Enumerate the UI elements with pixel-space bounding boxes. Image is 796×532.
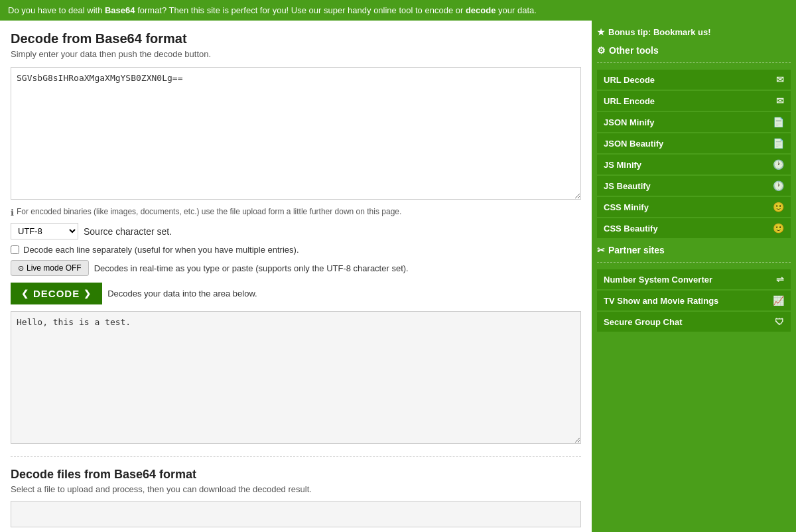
gear-icon: ⚙	[597, 45, 606, 56]
decode-label: DECODE	[33, 288, 80, 299]
tv-ratings-label: TV Show and Movie Ratings	[604, 296, 718, 306]
livemode-label: Live mode OFF	[27, 263, 82, 273]
charset-select[interactable]: UTF-8 ISO-8859-1 ASCII	[11, 223, 78, 239]
section-divider	[11, 456, 581, 457]
charset-row: UTF-8 ISO-8859-1 ASCII Source character …	[11, 223, 581, 239]
output-textarea[interactable]: Hello, this is a test.	[11, 311, 581, 444]
json-beautify-icon: 📄	[773, 138, 784, 149]
partner-section: ✂ Partner sites Number System Converter …	[597, 245, 791, 332]
charset-label: Source character set.	[84, 226, 172, 237]
input-textarea[interactable]: SGVsbG8sIHRoaXMgaXMgYSB0ZXN0Lg==	[11, 67, 581, 200]
bonus-tip: ★ Bonus tip: Bookmark us!	[597, 27, 791, 37]
tools-divider	[597, 62, 791, 63]
sidebar-item-json-minify[interactable]: JSON Minify 📄	[597, 112, 791, 132]
star-icon: ★	[597, 27, 605, 37]
decode-right-arrow: ❯	[84, 289, 92, 299]
url-encode-icon: ✉	[776, 96, 784, 106]
sidebar-item-js-beautify[interactable]: JS Beautify 🕐	[597, 176, 791, 196]
content-area: Decode from Base64 format Simply enter y…	[0, 21, 592, 532]
json-minify-label: JSON Minify	[604, 117, 655, 127]
url-decode-icon: ✉	[776, 74, 784, 85]
number-converter-icon: ⇌	[776, 274, 784, 285]
banner-text: Do you have to deal with Base64 format? …	[8, 5, 537, 15]
css-minify-label: CSS Minify	[604, 202, 649, 212]
decode-button[interactable]: ❮ DECODE ❯	[11, 283, 102, 304]
checkbox-row: Decode each line separately (useful for …	[11, 245, 581, 255]
sidebar-item-css-minify[interactable]: CSS Minify 🙂	[597, 197, 791, 217]
secure-chat-label: Secure Group Chat	[604, 317, 682, 327]
sidebar-item-css-beautify[interactable]: CSS Beautify 🙂	[597, 218, 791, 238]
sidebar-item-url-decode[interactable]: URL Decode ✉	[597, 70, 791, 90]
info-icon: ℹ	[11, 208, 14, 218]
js-beautify-label: JS Beautify	[604, 181, 651, 191]
css-beautify-icon: 🙂	[773, 223, 784, 233]
sidebar: ★ Bonus tip: Bookmark us! ⚙ Other tools …	[592, 21, 796, 532]
partners-divider	[597, 262, 791, 263]
decode-description: Decodes your data into the area below.	[107, 289, 257, 299]
livemode-icon: ⊙	[18, 264, 24, 273]
css-beautify-label: CSS Beautify	[604, 224, 658, 233]
secure-chat-icon: 🛡	[775, 316, 784, 327]
livemode-button[interactable]: ⊙ Live mode OFF	[11, 260, 89, 276]
page-subtitle: Simply enter your data then push the dec…	[11, 49, 581, 59]
decode-left-arrow: ❮	[21, 289, 29, 299]
js-minify-label: JS Minify	[604, 160, 641, 170]
bonus-tip-label: Bonus tip: Bookmark us!	[608, 27, 711, 37]
files-section-desc: Select a file to upload and process, the…	[11, 484, 581, 494]
js-minify-icon: 🕐	[773, 159, 784, 170]
json-minify-icon: 📄	[773, 117, 784, 127]
js-beautify-icon: 🕐	[773, 180, 784, 191]
sidebar-item-url-encode[interactable]: URL Encode ✉	[597, 91, 791, 111]
sidebar-item-number-converter[interactable]: Number System Converter ⇌	[597, 269, 791, 289]
livemode-row: ⊙ Live mode OFF Decodes in real-time as …	[11, 260, 581, 276]
url-encode-label: URL Encode	[604, 96, 655, 106]
file-upload-area[interactable]	[11, 501, 581, 527]
checkbox-label: Decode each line separately (useful for …	[23, 245, 299, 255]
css-minify-icon: 🙂	[773, 202, 784, 212]
sidebar-item-tv-ratings[interactable]: TV Show and Movie Ratings 📈	[597, 291, 791, 310]
decode-row: ❮ DECODE ❯ Decodes your data into the ar…	[11, 283, 581, 304]
partner-sites-title: ✂ Partner sites	[597, 245, 791, 255]
info-text-label: For encoded binaries (like images, docum…	[17, 207, 401, 216]
info-text-row: ℹ For encoded binaries (like images, doc…	[11, 207, 581, 218]
tv-ratings-icon: 📈	[773, 295, 784, 306]
partner-icon: ✂	[597, 245, 605, 255]
livemode-description: Decodes in real-time as you type or past…	[94, 263, 409, 273]
files-section-title: Decode files from Base64 format	[11, 468, 581, 482]
other-tools-title: ⚙ Other tools	[597, 45, 791, 56]
sidebar-item-json-beautify[interactable]: JSON Beautify 📄	[597, 133, 791, 153]
top-banner: Do you have to deal with Base64 format? …	[0, 0, 796, 21]
sidebar-item-js-minify[interactable]: JS Minify 🕐	[597, 155, 791, 174]
sidebar-item-secure-chat[interactable]: Secure Group Chat 🛡	[597, 312, 791, 332]
url-decode-label: URL Decode	[604, 75, 655, 85]
json-beautify-label: JSON Beautify	[604, 139, 663, 149]
decode-lines-checkbox[interactable]	[11, 245, 19, 254]
number-converter-label: Number System Converter	[604, 275, 712, 285]
page-title: Decode from Base64 format	[11, 31, 581, 46]
